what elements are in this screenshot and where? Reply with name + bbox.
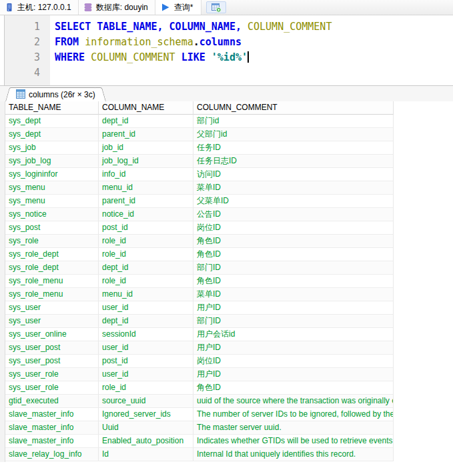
grid-cell[interactable]: notice_id <box>99 208 193 221</box>
grid-cell[interactable]: dept_id <box>99 315 193 328</box>
grid-cell[interactable]: sys_job_log <box>5 155 99 168</box>
grid-cell[interactable]: role_id <box>99 381 193 395</box>
grid-cell[interactable]: sys_user_post <box>5 341 99 355</box>
grid-cell[interactable]: Uuid <box>99 421 193 435</box>
grid-cell[interactable]: sys_dept <box>5 128 99 141</box>
database-label: 数据库: douyin <box>96 2 148 13</box>
grid-cell[interactable]: Ignored_server_ids <box>99 408 193 421</box>
grid-cell[interactable]: The number of server IDs to be ignored, … <box>193 408 394 421</box>
grid-cell[interactable]: 部门id <box>193 115 394 128</box>
query-tab-label: 查询* <box>174 2 193 13</box>
table-row: sys_useruser_id用户ID <box>5 301 453 315</box>
grid-cell[interactable]: slave_master_info <box>5 435 99 448</box>
grid-cell[interactable]: sys_role_menu <box>5 288 99 301</box>
grid-cell[interactable]: dept_id <box>99 115 193 128</box>
grid-cell[interactable]: 父部门id <box>193 128 394 141</box>
grid-cell[interactable]: info_id <box>99 168 193 181</box>
grid-cell[interactable]: sys_menu <box>5 181 99 195</box>
grid-cell[interactable]: menu_id <box>99 181 193 195</box>
grid-cell[interactable]: 角色ID <box>193 235 394 248</box>
table-add-icon <box>211 2 221 13</box>
grid-cell[interactable]: Id <box>99 448 193 461</box>
grid-cell[interactable]: 用户ID <box>193 341 394 355</box>
grid-cell[interactable]: sys_user_role <box>5 368 99 381</box>
database-selector[interactable]: 数据库: douyin <box>79 0 155 15</box>
grid-cell[interactable]: sys_user_online <box>5 328 99 341</box>
grid-cell[interactable]: sys_notice <box>5 208 99 221</box>
column-header-column_comment[interactable]: COLUMN_COMMENT <box>193 101 394 115</box>
sql-editor[interactable]: 1234 SELECT TABLE_NAME, COLUMN_NAME, COL… <box>4 15 453 85</box>
grid-cell[interactable]: sys_user_role <box>5 381 99 395</box>
grid-cell[interactable]: 公告ID <box>193 208 394 221</box>
grid-cell[interactable]: sessionId <box>99 328 193 341</box>
grid-cell[interactable]: slave_master_info <box>5 421 99 435</box>
grid-cell[interactable]: uuid of the source where the transaction… <box>193 395 394 408</box>
grid-cell[interactable]: dept_id <box>99 261 193 275</box>
grid-cell[interactable]: source_uuid <box>99 395 193 408</box>
grid-cell[interactable]: Indicates whether GTIDs will be used to … <box>193 435 394 448</box>
grid-cell[interactable]: 用户会话id <box>193 328 394 341</box>
grid-cell[interactable]: sys_menu <box>5 195 99 208</box>
grid-cell[interactable]: 任务ID <box>193 141 394 155</box>
grid-cell[interactable]: sys_user <box>5 301 99 315</box>
grid-cell[interactable]: 岗位ID <box>193 355 394 368</box>
grid-cell[interactable]: 角色ID <box>193 275 394 288</box>
grid-cell[interactable]: 用户ID <box>193 301 394 315</box>
row-selector-gutter[interactable] <box>0 101 5 462</box>
code-line[interactable]: WHERE COLUMN_COMMENT LIKE '%id%' <box>55 50 453 65</box>
grid-cell[interactable]: 任务日志ID <box>193 155 394 168</box>
grid-cell[interactable]: 角色ID <box>193 248 394 261</box>
grid-cell[interactable]: user_id <box>99 341 193 355</box>
table-row: sys_role_menumenu_id菜单ID <box>5 288 453 301</box>
grid-cell[interactable]: post_id <box>99 221 193 235</box>
grid-cell[interactable]: menu_id <box>99 288 193 301</box>
grid-cell[interactable]: 岗位ID <box>193 221 394 235</box>
grid-cell[interactable]: slave_relay_log_info <box>5 448 99 461</box>
grid-cell[interactable]: sys_user <box>5 315 99 328</box>
grid-cell[interactable]: sys_logininfor <box>5 168 99 181</box>
grid-cell[interactable]: 用户ID <box>193 368 394 381</box>
grid-cell[interactable]: gtid_executed <box>5 395 99 408</box>
results-tab-columns[interactable]: columns (26r × 3c) <box>11 87 101 101</box>
code-line[interactable]: FROM information_schema.columns <box>55 35 453 50</box>
grid-cell[interactable]: sys_user_post <box>5 355 99 368</box>
column-header-column_name[interactable]: COLUMN_NAME <box>99 101 193 115</box>
grid-cell[interactable]: user_id <box>99 301 193 315</box>
sql-code[interactable]: SELECT TABLE_NAME, COLUMN_NAME, COLUMN_C… <box>50 15 453 85</box>
grid-cell[interactable]: 部门ID <box>193 315 394 328</box>
code-line[interactable] <box>55 65 453 81</box>
grid-cell[interactable]: 访问ID <box>193 168 394 181</box>
grid-cell[interactable]: sys_role_dept <box>5 261 99 275</box>
grid-cell[interactable]: 角色ID <box>193 381 394 395</box>
grid-cell[interactable]: 部门ID <box>193 261 394 275</box>
grid-cell[interactable]: job_id <box>99 141 193 155</box>
grid-cell[interactable]: sys_post <box>5 221 99 235</box>
grid-cell[interactable]: post_id <box>99 355 193 368</box>
grid-cell[interactable]: user_id <box>99 368 193 381</box>
query-tab[interactable]: 查询* <box>155 0 202 15</box>
grid-cell[interactable]: 菜单ID <box>193 181 394 195</box>
grid-cell[interactable]: role_id <box>99 248 193 261</box>
table-row: sys_user_onlinesessionId用户会话id <box>5 328 453 341</box>
code-line[interactable]: SELECT TABLE_NAME, COLUMN_NAME, COLUMN_C… <box>55 19 453 35</box>
grid-cell[interactable]: slave_master_info <box>5 408 99 421</box>
grid-cell[interactable]: Enabled_auto_position <box>99 435 193 448</box>
grid-cell[interactable]: sys_dept <box>5 115 99 128</box>
grid-cell[interactable]: parent_id <box>99 128 193 141</box>
grid-cell[interactable]: role_id <box>99 235 193 248</box>
column-header-table_name[interactable]: TABLE_NAME <box>5 101 99 115</box>
grid-cell[interactable]: parent_id <box>99 195 193 208</box>
grid-icon <box>16 89 25 101</box>
grid-cell[interactable]: job_log_id <box>99 155 193 168</box>
grid-cell[interactable]: 菜单ID <box>193 288 394 301</box>
grid-cell[interactable]: sys_role_menu <box>5 275 99 288</box>
new-query-button[interactable] <box>206 1 226 13</box>
host-selector[interactable]: 主机: 127.0.0.1 <box>0 0 79 15</box>
grid-cell[interactable]: sys_role <box>5 235 99 248</box>
grid-cell[interactable]: role_id <box>99 275 193 288</box>
grid-cell[interactable]: sys_role_dept <box>5 248 99 261</box>
grid-cell[interactable]: sys_job <box>5 141 99 155</box>
grid-cell[interactable]: The master server uuid. <box>193 421 394 435</box>
grid-cell[interactable]: 父菜单ID <box>193 195 394 208</box>
grid-cell[interactable]: Internal Id that uniquely identifies thi… <box>193 448 394 461</box>
